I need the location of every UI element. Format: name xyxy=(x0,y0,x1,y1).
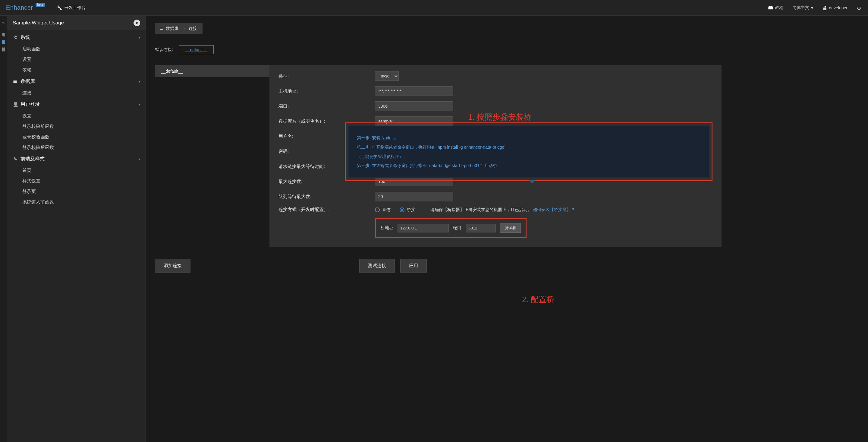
tooltip-step2: 第二步: 打开终端或者命令窗口，执行指令 `npm install -g enh… xyxy=(357,143,701,152)
book-icon xyxy=(768,5,773,10)
test-bridge-button[interactable]: 测试桥 xyxy=(500,223,521,233)
bridge-addr-label: 桥地址 xyxy=(381,225,393,231)
connection-tabs: __default__ xyxy=(155,65,270,78)
add-connection-button[interactable]: 添加连接 xyxy=(155,259,190,272)
tree-item-startup-fn[interactable]: 启动函数 xyxy=(7,44,146,54)
type-select[interactable]: mysql xyxy=(375,71,399,81)
play-icon[interactable] xyxy=(133,20,140,26)
bridge-port-label: 端口 xyxy=(453,225,461,231)
group-userlogin[interactable]: 用户登录 ▾ xyxy=(7,98,146,111)
test-connection-button[interactable]: 测试连接 xyxy=(359,259,395,272)
mode-hint: 请确保【桥接器】正确安装在您的机器上，且已启动。 xyxy=(430,207,532,212)
tutorial-link[interactable]: 教程 xyxy=(768,5,783,10)
tree-item-deps[interactable]: 依赖 xyxy=(7,65,146,76)
database-icon xyxy=(13,79,18,84)
group-system[interactable]: ✲ 系统 ▾ xyxy=(7,31,146,44)
database-icon xyxy=(160,26,163,31)
brush-icon xyxy=(13,156,18,162)
topbar: Enhancer beta 开发工作台 教程 简体中文 ▾ developer xyxy=(0,0,868,16)
bridge-config-box: 桥地址 端口 测试桥 xyxy=(375,218,527,238)
tree-item-post-login-fn[interactable]: 登录校验后函数 xyxy=(7,142,146,153)
queue-input[interactable] xyxy=(375,192,453,201)
bridge-addr-input[interactable] xyxy=(398,224,449,232)
breadcrumb: 数据库 → 连接 xyxy=(155,23,203,34)
nodejs-link[interactable]: Nodejs xyxy=(381,136,395,140)
workbench-link[interactable]: 开发工作台 xyxy=(57,5,86,10)
vtab-global-config[interactable]: 全局配置 xyxy=(0,34,7,41)
tutorial-label: 教程 xyxy=(775,5,783,10)
group-label: 前端及样式 xyxy=(21,156,44,162)
mode-bridge-radio[interactable]: 桥接 xyxy=(400,207,415,212)
radio-icon xyxy=(375,207,380,212)
mode-direct-label: 直连 xyxy=(382,207,391,212)
bridge-install-tooltip: 第一步: 安装 Nodejs。 第二步: 打开终端或者命令窗口，执行指令 `np… xyxy=(345,122,712,181)
language-label: 简体中文 xyxy=(792,5,809,10)
beta-badge: beta xyxy=(36,3,45,7)
tree-item-settings[interactable]: 设置 xyxy=(7,54,146,65)
queue-label: 队列等待最大数: xyxy=(278,194,375,200)
wrench-icon xyxy=(57,5,62,10)
mode-direct-radio[interactable]: 直连 xyxy=(375,207,391,212)
tooltip-step2-note: （可能需要管理员权限）。 xyxy=(357,152,701,161)
tooltip-step3: 第三步: 在终端或者命令窗口执行指令 `data-bridge start --… xyxy=(357,161,701,170)
mode-label: 连接方式（开发时配置）: xyxy=(278,207,375,212)
language-selector[interactable]: 简体中文 ▾ xyxy=(792,5,813,10)
host-label: 主机地址: xyxy=(278,88,375,94)
conn-tab-default[interactable]: __default__ xyxy=(155,65,270,78)
group-frontend[interactable]: 前端及样式 ▾ xyxy=(7,153,146,165)
chevron-down-icon: ▾ xyxy=(138,103,140,106)
group-label: 用户登录 xyxy=(21,101,40,108)
annotation-2: 2. 配置桥 xyxy=(522,294,554,305)
tree-item-login-page[interactable]: 登录页 xyxy=(7,186,146,197)
tooltip-step1-prefix: 第一步: 安装 xyxy=(357,136,381,140)
chevron-down-icon: ▾ xyxy=(811,5,813,10)
vtab-custom-api[interactable]: 自定义接口 xyxy=(0,41,7,48)
user-label: developer xyxy=(829,5,848,10)
annotation-1: 1. 按照步骤安装桥 xyxy=(468,112,532,122)
tooltip-pointer-icon xyxy=(529,180,536,183)
group-label: 数据库 xyxy=(21,79,35,85)
tree-item-style[interactable]: 样式设置 xyxy=(7,176,146,186)
content-area: 数据库 → 连接 默认连接: __default__ __default__ 类… xyxy=(146,16,868,442)
workbench-label: 开发工作台 xyxy=(64,5,86,10)
port-label: 端口: xyxy=(278,104,375,109)
type-label: 类型: xyxy=(278,73,375,79)
default-conn-label: 默认连接: xyxy=(155,47,173,53)
chevron-down-icon: ▾ xyxy=(138,80,140,83)
project-name: Sample-Widget Usage xyxy=(13,20,64,26)
group-database[interactable]: 数据库 ▾ xyxy=(7,76,146,88)
lock-icon xyxy=(822,5,827,10)
tree-item-pre-login-fn[interactable]: 登录校验前函数 xyxy=(7,121,146,132)
vtab-page-mgmt[interactable]: 页面管理 xyxy=(0,27,7,34)
breadcrumb-page: 连接 xyxy=(189,26,197,31)
tooltip-step1-suffix: 。 xyxy=(395,136,399,140)
chevron-down-icon: ▾ xyxy=(138,157,140,161)
settings-button[interactable] xyxy=(857,5,862,10)
mode-bridge-label: 桥接 xyxy=(407,207,415,212)
tree-item-login-settings[interactable]: 设置 xyxy=(7,111,146,121)
tree-item-login-fn[interactable]: 登录校验函数 xyxy=(7,132,146,142)
host-input[interactable] xyxy=(375,86,453,96)
gear-icon xyxy=(857,5,862,10)
tree-item-home[interactable]: 首页 xyxy=(7,165,146,176)
breadcrumb-section: 数据库 xyxy=(166,26,179,31)
side-strip: « 页面管理 全局配置 自定义接口 xyxy=(0,16,7,442)
gear-icon: ✲ xyxy=(13,35,18,40)
port-input[interactable] xyxy=(375,101,453,111)
apply-button[interactable]: 应用 xyxy=(400,259,427,272)
sidebar: Sample-Widget Usage ✲ 系统 ▾ 启动函数 设置 依赖 xyxy=(7,16,146,442)
logo: Enhancer xyxy=(6,4,33,11)
bridge-port-input[interactable] xyxy=(466,224,496,232)
sidebar-tree: ✲ 系统 ▾ 启动函数 设置 依赖 数据库 ▾ 连接 xyxy=(7,30,146,442)
install-bridge-link[interactable]: 如何安装【桥接器】？ xyxy=(533,207,575,212)
radio-checked-icon xyxy=(400,207,404,212)
user-menu[interactable]: developer xyxy=(822,5,848,10)
user-icon xyxy=(13,101,18,107)
default-conn-link[interactable]: __default__ xyxy=(179,45,214,54)
tree-item-preenter-fn[interactable]: 系统进入前函数 xyxy=(7,197,146,207)
connection-form: 类型: mysql 主机地址: 端口: 数据库名（或实例名）: xyxy=(270,65,721,247)
chevron-down-icon: ▾ xyxy=(138,36,140,39)
group-label: 系统 xyxy=(21,34,30,41)
tree-item-connection[interactable]: 连接 xyxy=(7,88,146,98)
collapse-sidebar-button[interactable]: « xyxy=(2,18,5,27)
